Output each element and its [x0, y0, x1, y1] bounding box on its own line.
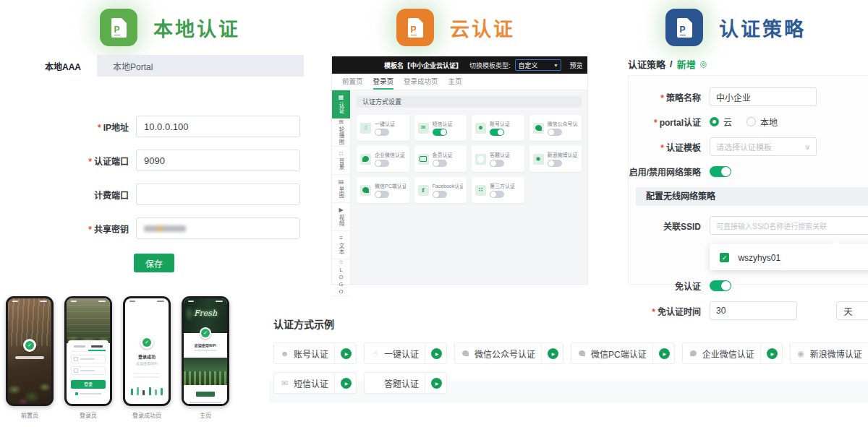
icon-letter: P	[114, 25, 120, 35]
store-photo	[184, 358, 227, 385]
toggle-switch[interactable]	[548, 160, 562, 167]
play-icon[interactable]	[431, 378, 442, 389]
toggle-switch[interactable]	[433, 129, 447, 136]
tab[interactable]: 本地AAA	[29, 55, 97, 77]
toggle-switch[interactable]	[375, 160, 389, 167]
password-input[interactable]	[71, 366, 106, 375]
check-badge	[23, 339, 36, 352]
sb-grid-icon	[339, 95, 344, 100]
field-label: 策略名称	[629, 91, 701, 103]
editor-tab-label: 前置页	[342, 76, 363, 86]
text-input[interactable]	[136, 217, 300, 239]
ssid-option[interactable]: wszyhys01	[738, 253, 780, 263]
auth-policy-panel: 认证策略 / 新增 策略名称 中小企业 portal认证 云 本地 认证模板	[628, 58, 868, 285]
sidebar-item[interactable]: LOGO	[332, 259, 350, 296]
icon-letter: P	[411, 25, 417, 35]
editor-tab[interactable]: 主页	[448, 74, 462, 90]
wechat-icon	[533, 123, 544, 134]
example-button[interactable]: 答题认证	[364, 372, 447, 394]
tab[interactable]: 本地Portal	[97, 55, 169, 77]
text-input[interactable]: 9090	[136, 150, 300, 171]
field-label-text: 关联SSID	[663, 222, 701, 232]
radio-local[interactable]	[746, 117, 756, 126]
toggle-switch[interactable]	[375, 129, 389, 136]
field-label: 启用/禁用网络策略	[629, 165, 701, 178]
login-tab[interactable]	[71, 343, 88, 351]
timestamp-line-blurred	[195, 350, 216, 351]
toggle-switch[interactable]	[375, 191, 389, 198]
auth-method-label: 第三方认证	[490, 182, 515, 189]
portal-type-row: portal认证 云 本地	[629, 116, 868, 128]
play-icon[interactable]	[341, 348, 352, 359]
play-icon[interactable]	[767, 348, 778, 359]
divider	[541, 344, 542, 363]
breadcrumb-root[interactable]: 认证策略	[628, 57, 665, 71]
toggle-switch[interactable]	[548, 129, 562, 136]
sidebar-item[interactable]: 认证	[332, 90, 350, 118]
example-button[interactable]: 企业微信认证	[682, 342, 783, 364]
text-input[interactable]: 10.0.0.100	[136, 116, 300, 137]
section-header-policy: P 认证策略	[665, 9, 806, 46]
toggle-switch[interactable]	[433, 160, 447, 167]
example-button[interactable]: 微信PC端认证	[571, 342, 675, 364]
auth-method-label: 新浪微博认证	[548, 151, 578, 158]
example-button[interactable]: 短信认证	[273, 372, 357, 394]
auth-method-label: 一键认证	[375, 120, 395, 127]
toggle-switch[interactable]	[490, 160, 504, 167]
username-input[interactable]	[71, 355, 106, 363]
local-auth-tabs: 本地AAA 本地Portal	[29, 55, 304, 77]
success-title: 登录成功	[125, 353, 169, 360]
phone-mockup-preauth	[6, 296, 54, 406]
play-icon[interactable]	[659, 348, 670, 359]
checkbox-icon[interactable]	[75, 392, 78, 395]
preview-button[interactable]: 预览	[570, 61, 583, 70]
field-label: 认证端口	[29, 155, 129, 167]
example-button[interactable]: 账号认证	[273, 342, 357, 364]
text-input[interactable]	[136, 184, 300, 205]
sidebar-item-label: 背景	[337, 158, 345, 171]
play-icon[interactable]	[341, 378, 352, 389]
auth-method-label: 短信认证	[433, 120, 453, 127]
auth-method-card: 企业微信认证	[357, 146, 409, 172]
editor-tab[interactable]: 登录页	[373, 74, 394, 90]
sidebar-item[interactable]: 背景	[332, 147, 350, 175]
divider	[425, 374, 425, 393]
toggle-switch[interactable]	[490, 191, 504, 198]
toggle-switch[interactable]	[490, 129, 504, 136]
auth-template-select[interactable]: 请选择认证模板	[710, 137, 817, 156]
save-button[interactable]: 保存	[134, 254, 174, 272]
ssid-search-input[interactable]: 可直接输入SSID名称进行搜索关联	[710, 216, 868, 235]
play-icon[interactable]	[548, 348, 558, 359]
examples-row-2: 短信认证 答题认证	[273, 372, 868, 394]
example-button[interactable]: 一键认证	[364, 342, 447, 364]
radio-cloud[interactable]	[710, 117, 719, 126]
sidebar-item[interactable]: 轮播图	[332, 118, 350, 147]
login-tab-active[interactable]	[88, 343, 106, 351]
sidebar-item[interactable]: 单图	[332, 175, 350, 203]
checkbox-checked-icon[interactable]	[720, 253, 729, 262]
form-row: 认证端口 9090	[29, 150, 300, 171]
play-icon[interactable]	[431, 348, 442, 359]
login-tabs	[71, 343, 106, 352]
sidebar-item[interactable]: 文本	[332, 231, 350, 259]
example-button[interactable]: 新浪微博认证	[790, 342, 868, 364]
sidebar-item[interactable]: 视频	[332, 203, 350, 231]
example-button[interactable]: 微信公众号认证	[454, 342, 563, 364]
toggle-switch[interactable]	[433, 191, 447, 198]
free-auth-toggle[interactable]	[710, 280, 731, 291]
editor-tab[interactable]: 前置页	[342, 74, 363, 90]
divider	[760, 344, 761, 363]
question-icon	[475, 154, 486, 165]
phone-mockup-home: Fresh 欢迎使用WiFi	[182, 296, 229, 406]
editor-tab[interactable]: 登录成功页	[404, 74, 438, 90]
card-body: 新浪微博认证	[548, 151, 578, 167]
field-label: 关联SSID	[629, 220, 701, 232]
card-body: 会员认证	[433, 151, 453, 167]
input-value: 9090	[144, 155, 165, 166]
login-button[interactable]: 登录	[71, 380, 106, 389]
policy-name-input[interactable]: 中小企业	[710, 87, 817, 106]
status-bar	[67, 301, 110, 303]
template-type-select[interactable]: 自定义	[515, 59, 561, 71]
radio-local-label: 本地	[760, 116, 778, 128]
enable-policy-toggle[interactable]	[710, 166, 731, 177]
